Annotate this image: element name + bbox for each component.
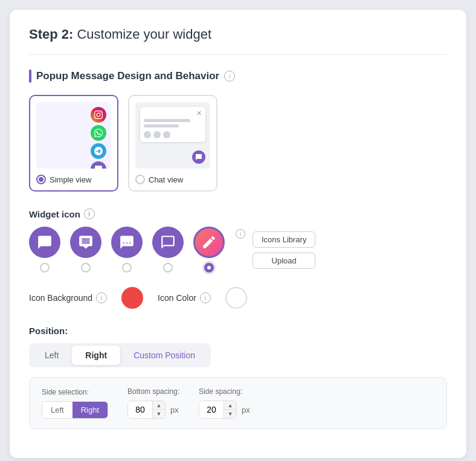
icon-option-2 (70, 227, 101, 272)
bottom-spacing-input-wrap: ▲ ▼ (127, 401, 166, 419)
icon-circle-5[interactable] (193, 227, 225, 258)
bottom-spacing-up[interactable]: ▲ (153, 401, 165, 410)
bottom-spacing-row: ▲ ▼ px (127, 401, 179, 419)
position-section: Position: Left Right Custom Position Sid… (29, 326, 447, 429)
chat-line-1 (144, 119, 190, 122)
icon-background-label: Icon Background i (29, 292, 107, 303)
bottom-spacing-down[interactable]: ▼ (153, 410, 165, 418)
custom-position-box: Side selection: Left Right Bottom spacin… (29, 377, 447, 429)
bottom-spacing-group: Bottom spacing: ▲ ▼ px (127, 387, 179, 419)
position-label: Position: (29, 326, 447, 336)
upload-button[interactable]: Upload (252, 253, 315, 269)
simple-view-label: Simple view (36, 175, 111, 184)
icon-radio-5[interactable] (204, 263, 214, 272)
icon-info-small[interactable]: i (236, 229, 245, 239)
side-spacing-down[interactable]: ▼ (224, 410, 236, 418)
side-spacing-up[interactable]: ▲ (224, 401, 236, 410)
chat-lines (144, 119, 202, 127)
chat-widget-icon (192, 150, 205, 164)
simple-view-card[interactable]: Simple view (29, 95, 118, 192)
icon-option-4 (152, 227, 184, 272)
section-bar (29, 69, 31, 83)
custom-pos-row: Side selection: Left Right Bottom spacin… (42, 387, 434, 419)
widget-icon-label: Widget icon i (29, 208, 447, 219)
bottom-spacing-spinners: ▲ ▼ (152, 401, 165, 418)
chat-dot-2 (153, 131, 161, 138)
side-right-button[interactable]: Right (72, 402, 108, 418)
side-spacing-group: Side spacing: ▲ ▼ px (199, 387, 250, 419)
instagram-icon (91, 107, 106, 123)
side-selection-group: Side selection: Left Right (42, 388, 108, 419)
icon-color-swatch[interactable] (225, 287, 247, 309)
icon-circle-2[interactable] (70, 227, 101, 258)
chat-close-icon: ✕ (196, 109, 202, 117)
icon-color-label: Icon Color i (158, 292, 211, 303)
side-spacing-px: px (242, 405, 250, 414)
position-tab-left[interactable]: Left (31, 346, 72, 365)
widget-icon-info[interactable]: i (84, 208, 95, 219)
bottom-spacing-label: Bottom spacing: (127, 387, 179, 396)
chat-view-card[interactable]: ✕ Chat view (128, 95, 217, 192)
color-section: Icon Background i Icon Color i (29, 287, 447, 309)
step-title: Step 2: Customize your widget (29, 27, 447, 55)
telegram-icon (91, 143, 106, 159)
icon-circle-3[interactable] (111, 227, 143, 258)
icons-library-button[interactable]: Icons Library (252, 231, 315, 248)
side-spacing-spinners: ▲ ▼ (224, 401, 236, 418)
icon-extra: i Icons Library Upload (234, 229, 315, 269)
side-left-button[interactable]: Left (42, 402, 72, 418)
chat-dot-3 (163, 131, 170, 138)
chat-view-radio[interactable] (135, 175, 145, 184)
simple-view-preview (36, 102, 111, 169)
chat-dots (144, 131, 202, 138)
icon-option-1 (29, 227, 60, 272)
chat-window: ✕ (140, 107, 205, 142)
icon-color-info[interactable]: i (200, 292, 211, 303)
icon-options-row: i Icons Library Upload (29, 227, 447, 272)
icon-radio-2[interactable] (81, 263, 91, 272)
icon-circle-1[interactable] (29, 227, 60, 258)
icon-background-swatch[interactable] (121, 287, 143, 309)
position-tab-right[interactable]: Right (72, 346, 120, 365)
side-spacing-input[interactable] (199, 401, 224, 418)
icon-circle-4[interactable] (152, 227, 184, 258)
section-header: Popup Message Design and Behavior i (29, 69, 447, 83)
section-info-icon[interactable]: i (224, 71, 235, 82)
side-btns-row: Left Right (42, 401, 108, 419)
view-options: Simple view ✕ (29, 95, 447, 192)
icon-option-3 (111, 227, 143, 272)
chat-view-label: Chat view (135, 175, 210, 184)
bottom-spacing-px: px (170, 405, 179, 414)
icon-buttons: Icons Library Upload (252, 231, 315, 269)
icon-radio-1[interactable] (40, 263, 50, 272)
side-spacing-input-wrap: ▲ ▼ (199, 401, 237, 419)
position-tab-custom[interactable]: Custom Position (120, 346, 208, 365)
side-spacing-row: ▲ ▼ px (199, 401, 250, 419)
simple-icons-list (36, 102, 111, 169)
step-number: Step 2: (29, 27, 73, 42)
section-title: Popup Message Design and Behavior (36, 70, 219, 82)
side-selection-label: Side selection: (42, 388, 108, 396)
position-tabs: Left Right Custom Position (29, 343, 211, 367)
step-rest: Customize your widget (77, 27, 211, 42)
side-spacing-label: Side spacing: (199, 387, 250, 396)
chat-view-preview: ✕ (135, 102, 210, 169)
main-card: Step 2: Customize your widget Popup Mess… (10, 10, 466, 458)
widget-icon-section: Widget icon i (29, 208, 447, 272)
icon-radio-3[interactable] (122, 263, 132, 272)
simple-view-radio[interactable] (36, 175, 46, 184)
chat-dot-1 (144, 131, 151, 138)
chat-line-2 (144, 124, 179, 127)
icon-radio-4[interactable] (163, 263, 173, 272)
bottom-spacing-input[interactable] (128, 401, 152, 418)
side-buttons: Left Right (42, 401, 108, 419)
chat-icon-simple (91, 161, 106, 169)
icon-option-5 (193, 227, 225, 272)
icon-bg-info[interactable]: i (96, 292, 107, 303)
whatsapp-icon (91, 125, 106, 141)
